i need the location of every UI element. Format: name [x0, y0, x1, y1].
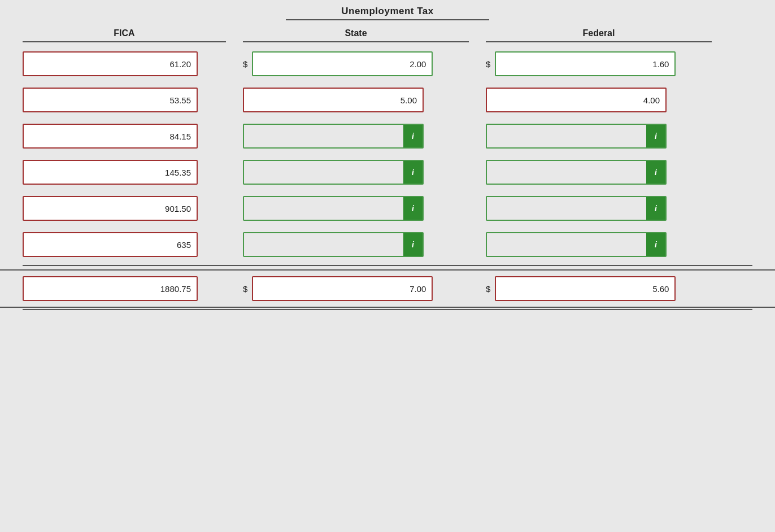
federal-total-input[interactable]: 5.60	[495, 276, 676, 301]
info-button[interactable]: i	[403, 233, 423, 256]
fica-total-input[interactable]: 1880.75	[23, 276, 198, 301]
info-input-text	[487, 197, 646, 220]
info-input-text	[487, 233, 646, 256]
info-button[interactable]: i	[403, 161, 423, 184]
state-cell: i	[243, 196, 469, 221]
state-header: State	[243, 28, 469, 42]
fica-cell: 145.35	[23, 160, 226, 185]
fica-input[interactable]: 145.35	[23, 160, 198, 185]
info-input-text	[244, 161, 403, 184]
federal-cell: i	[486, 196, 712, 221]
info-button[interactable]: i	[646, 161, 665, 184]
federal-cell: 4.00	[486, 88, 712, 112]
fica-input[interactable]: 901.50	[23, 196, 198, 221]
info-input-text	[244, 125, 403, 147]
state-total-dollar: $	[243, 284, 247, 294]
fica-input[interactable]: 635	[23, 232, 198, 257]
table-row: 635ii	[0, 226, 775, 263]
federal-header: Federal	[486, 28, 712, 42]
header-row: Unemployment Tax	[0, 0, 775, 20]
fica-cell: 84.15	[23, 124, 226, 149]
federal-cell: i	[486, 232, 712, 257]
state-cell: i	[243, 160, 469, 185]
info-button[interactable]: i	[646, 125, 665, 147]
info-button[interactable]: i	[646, 197, 665, 220]
state-dollar-sign: $	[243, 59, 247, 69]
federal-cell: i	[486, 160, 712, 185]
fica-cell: 53.55	[23, 88, 226, 112]
total-row: 1880.75$7.00$5.60	[0, 269, 775, 308]
data-rows: 61.20$2.00$1.6053.555.004.0084.15ii145.3…	[0, 46, 775, 310]
state-input[interactable]: 2.00	[252, 51, 433, 76]
federal-input[interactable]: 1.60	[495, 51, 676, 76]
info-input-text	[244, 233, 403, 256]
fica-input[interactable]: 84.15	[23, 124, 198, 149]
fica-cell: 901.50	[23, 196, 226, 221]
federal-cell: i	[486, 124, 712, 149]
state-cell: 5.00	[243, 88, 469, 112]
table-row: 84.15ii	[0, 118, 775, 154]
federal-input[interactable]: 4.00	[486, 88, 667, 112]
fica-input[interactable]: 61.20	[23, 51, 198, 76]
info-button[interactable]: i	[646, 233, 665, 256]
fica-header: FICA	[23, 28, 226, 42]
table-row: 901.50ii	[0, 190, 775, 226]
separator	[23, 265, 752, 266]
table-row: 61.20$2.00$1.60	[0, 46, 775, 82]
federal-total-cell: $5.60	[486, 276, 712, 301]
fica-input[interactable]: 53.55	[23, 88, 198, 112]
fica-total-cell: 1880.75	[23, 276, 226, 301]
info-button[interactable]: i	[403, 125, 423, 147]
info-input-text	[244, 197, 403, 220]
table-row: 53.555.004.00	[0, 82, 775, 118]
page: Unemployment Tax FICA State Federal 61.2…	[0, 0, 775, 532]
state-cell: $2.00	[243, 51, 469, 76]
info-input-text	[487, 161, 646, 184]
column-headers: FICA State Federal	[0, 24, 775, 46]
unemployment-tax-title: Unemployment Tax	[286, 6, 489, 20]
federal-cell: $1.60	[486, 51, 712, 76]
fica-cell: 61.20	[23, 51, 226, 76]
state-cell: i	[243, 232, 469, 257]
table-row: 145.35ii	[0, 154, 775, 190]
state-cell: i	[243, 124, 469, 149]
bottom-separator	[23, 309, 752, 310]
fica-cell: 635	[23, 232, 226, 257]
state-total-cell: $7.00	[243, 276, 469, 301]
info-button[interactable]: i	[403, 197, 423, 220]
federal-dollar-sign: $	[486, 59, 490, 69]
state-total-input[interactable]: 7.00	[252, 276, 433, 301]
info-input-text	[487, 125, 646, 147]
federal-total-dollar: $	[486, 284, 490, 294]
state-input[interactable]: 5.00	[243, 88, 424, 112]
